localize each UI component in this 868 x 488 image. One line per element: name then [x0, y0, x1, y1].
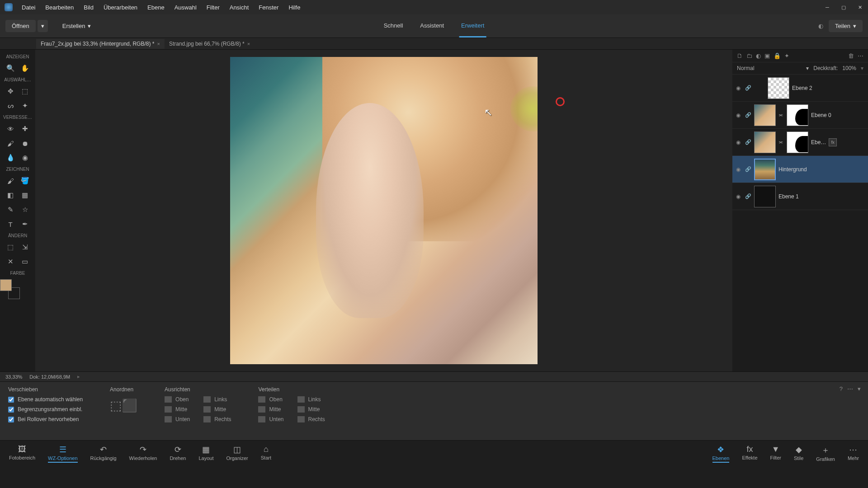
menu-datei[interactable]: Datei [17, 1, 40, 14]
dock-grafiken[interactable]: ＋Grafiken [816, 445, 835, 463]
distribute-bottom[interactable]: Unten [258, 416, 283, 422]
check-bounding-box[interactable]: Begrenzungsrahmen einbl. [8, 406, 83, 413]
visibility-toggle-icon[interactable]: ◉ [736, 85, 742, 91]
dock-filter[interactable]: ▼Filter [770, 445, 781, 463]
layer-thumbnail[interactable] [754, 104, 776, 126]
share-button[interactable]: Teilen ▾ [829, 20, 863, 32]
pencil-tool[interactable]: ✎ [4, 203, 17, 216]
link-icon[interactable]: 🔗 [745, 85, 751, 91]
collapse-icon[interactable]: ▾ [858, 385, 861, 392]
move-tool[interactable]: ✥ [4, 85, 17, 98]
doc-tab-2[interactable]: Strand.jpg bei 66,7% (RGB/8) * × [165, 39, 255, 49]
sponge-tool[interactable]: ◉ [18, 151, 32, 164]
mask-icon[interactable]: ▣ [764, 52, 770, 59]
align-left[interactable]: Links [203, 396, 231, 403]
new-group-icon[interactable]: 🗀 [746, 52, 752, 59]
spot-heal-tool[interactable]: ✚ [18, 122, 32, 135]
menu-bearbeiten[interactable]: Bearbeiten [41, 1, 78, 14]
menu-ansicht[interactable]: Ansicht [225, 1, 254, 14]
layer-thumbnail[interactable] [754, 186, 776, 207]
visibility-toggle-icon[interactable]: ◉ [736, 166, 742, 173]
layer-item[interactable]: ◉ 🔗 ⫘ Ebene 0 [732, 102, 868, 129]
blend-mode-select[interactable]: Normal▾ [737, 65, 809, 71]
visibility-toggle-icon[interactable]: ◉ [736, 193, 742, 200]
layer-item[interactable]: ◉ 🔗 Hintergrund [732, 156, 868, 183]
layer-thumbnail[interactable] [754, 159, 776, 180]
dock-start[interactable]: ⌂Start [261, 445, 271, 463]
link-icon[interactable]: 🔗 [745, 139, 751, 145]
open-dropdown[interactable]: ▾ [38, 20, 48, 32]
dock-mehr[interactable]: ⋯Mehr [848, 445, 859, 463]
foreground-color-swatch[interactable] [0, 279, 12, 291]
zoom-tool[interactable]: 🔍 [4, 62, 17, 75]
zoom-level[interactable]: 33,33% [5, 374, 22, 380]
align-middle[interactable]: Mitte [165, 406, 190, 413]
brush-tool[interactable]: 🖌 [4, 174, 17, 187]
menu-hilfe[interactable]: Hilfe [284, 1, 305, 14]
shape-tool[interactable]: ☆ [18, 203, 32, 216]
mask-link-icon[interactable]: ⫘ [778, 113, 784, 117]
blur-tool[interactable]: 💧 [4, 151, 17, 164]
smart-brush-tool[interactable]: 🖌 [4, 137, 17, 150]
menu-bild[interactable]: Bild [79, 1, 98, 14]
dock-organizer[interactable]: ◫Organizer [226, 445, 248, 463]
align-right[interactable]: Rechts [203, 416, 231, 422]
create-button[interactable]: Erstellen ▾ [56, 20, 98, 32]
visibility-toggle-icon[interactable]: ◉ [736, 112, 742, 118]
menu-fenster[interactable]: Fenster [254, 1, 283, 14]
canvas-image[interactable]: ↖ [230, 57, 538, 364]
align-center[interactable]: Mitte [203, 406, 231, 413]
distribute-middle[interactable]: Mitte [258, 406, 283, 413]
color-swatches[interactable] [0, 279, 20, 299]
magic-wand-tool[interactable]: ✦ [18, 99, 32, 112]
menu-ueberarbeiten[interactable]: Überarbeiten [99, 1, 142, 14]
menu-auswahl[interactable]: Auswahl [170, 1, 201, 14]
lasso-tool[interactable]: ᔕ [4, 99, 17, 112]
lock-icon[interactable]: 🔒 [774, 52, 781, 59]
arrange-icon[interactable]: ⬚⬛ [110, 398, 137, 413]
distribute-right[interactable]: Rechts [297, 416, 325, 422]
fx-badge-icon[interactable]: fx [829, 138, 837, 146]
minimize-button[interactable]: ─ [819, 1, 835, 14]
dock-redo[interactable]: ↷Wiederholen [129, 445, 157, 463]
align-bottom[interactable]: Unten [165, 416, 190, 422]
clone-stamp-tool[interactable]: ⏺ [18, 137, 32, 150]
redeye-tool[interactable]: 👁 [4, 122, 17, 135]
dock-effekte[interactable]: fxEffekte [742, 445, 757, 463]
maximize-button[interactable]: ▢ [835, 1, 852, 14]
more-icon[interactable]: ⋯ [847, 385, 853, 392]
fx-icon[interactable]: ✦ [784, 52, 789, 59]
help-icon[interactable]: ? [840, 385, 843, 392]
gradient-tool[interactable]: ▦ [18, 189, 32, 202]
doc-tab-1[interactable]: Frau7_2x.jpg bei 33,3% (Hintergrund, RGB… [36, 39, 165, 49]
dock-undo[interactable]: ↶Rückgängig [90, 445, 117, 463]
layer-item[interactable]: ◉ 🔗 Ebene 2 [732, 75, 868, 102]
crop-tool[interactable]: ⬚ [4, 241, 17, 253]
distribute-center[interactable]: Mitte [297, 406, 325, 413]
eyedropper-tool[interactable]: ✒ [18, 218, 32, 230]
dock-layout[interactable]: ▦Layout [198, 445, 213, 463]
mode-guided[interactable]: Assistent [418, 15, 446, 38]
link-icon[interactable]: 🔗 [745, 193, 751, 199]
new-layer-icon[interactable]: 🗋 [737, 52, 743, 59]
dock-fotobereich[interactable]: 🖼Fotobereich [9, 445, 35, 463]
type-tool[interactable]: T [4, 218, 17, 230]
menu-filter[interactable]: Filter [202, 1, 224, 14]
check-auto-select[interactable]: Ebene automatisch wählen [8, 396, 83, 403]
adjustment-icon[interactable]: ◐ [756, 52, 761, 59]
hand-tool[interactable]: ✋ [18, 62, 32, 75]
status-arrow-icon[interactable]: ▸ [77, 374, 80, 380]
trash-icon[interactable]: 🗑 [848, 52, 854, 59]
layer-mask-thumbnail[interactable] [787, 131, 808, 153]
link-icon[interactable]: 🔗 [745, 112, 751, 118]
mask-link-icon[interactable]: ⫘ [778, 140, 784, 145]
distribute-top[interactable]: Oben [258, 396, 283, 403]
layer-item[interactable]: ◉ 🔗 ⫘ Ebe… fx [732, 129, 868, 156]
opacity-value[interactable]: 100% [842, 65, 856, 71]
eraser-tool[interactable]: ◧ [4, 189, 17, 202]
straighten-tool[interactable]: ▭ [18, 255, 32, 268]
check-rollover[interactable]: Bei Rollover hervorheben [8, 416, 83, 422]
paint-bucket-tool[interactable]: 🪣 [18, 174, 32, 187]
layer-thumbnail[interactable] [768, 77, 789, 99]
close-icon[interactable]: × [157, 41, 160, 47]
